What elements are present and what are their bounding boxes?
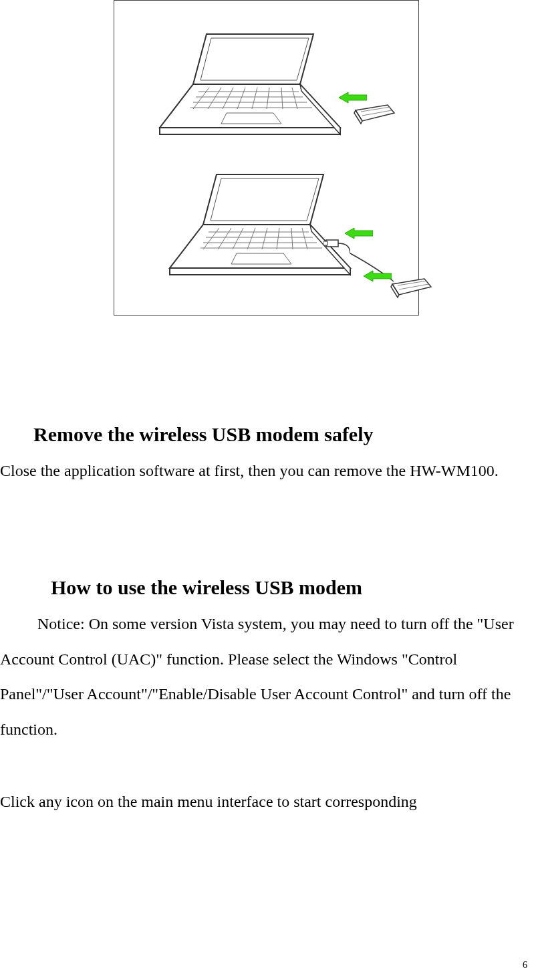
illustration-box bbox=[114, 0, 419, 316]
svg-marker-50 bbox=[364, 271, 392, 281]
svg-marker-17 bbox=[160, 128, 340, 134]
paragraph-notice: Notice: On some version Vista system, yo… bbox=[0, 606, 531, 747]
usb-modem-icon bbox=[350, 101, 397, 128]
paragraph-click-icon: Click any icon on the main menu interfac… bbox=[0, 784, 531, 820]
svg-marker-41 bbox=[170, 268, 350, 275]
arrow-left-icon bbox=[339, 91, 367, 103]
arrow-left-icon bbox=[345, 227, 373, 239]
arrow-left-icon bbox=[364, 269, 392, 281]
svg-rect-43 bbox=[326, 240, 338, 247]
paragraph-remove-body: Close the application software at first,… bbox=[0, 453, 531, 489]
usb-modem-icon bbox=[387, 275, 434, 301]
heading-remove-modem: Remove the wireless USB modem safely bbox=[33, 422, 531, 447]
heading-how-to-use: How to use the wireless USB modem bbox=[51, 576, 531, 600]
page-number: 6 bbox=[523, 955, 527, 976]
laptop-icon bbox=[146, 27, 347, 148]
document-page: Remove the wireless USB modem safely Clo… bbox=[0, 0, 538, 820]
laptop-icon bbox=[156, 168, 357, 288]
laptop-top-illustration bbox=[146, 27, 347, 148]
svg-rect-44 bbox=[323, 241, 327, 245]
svg-marker-25 bbox=[211, 178, 319, 221]
laptop-bottom-illustration bbox=[156, 168, 357, 288]
svg-marker-16 bbox=[221, 113, 281, 124]
svg-marker-1 bbox=[200, 38, 309, 80]
svg-marker-40 bbox=[231, 253, 291, 264]
svg-marker-23 bbox=[339, 92, 367, 103]
svg-marker-49 bbox=[345, 228, 373, 239]
